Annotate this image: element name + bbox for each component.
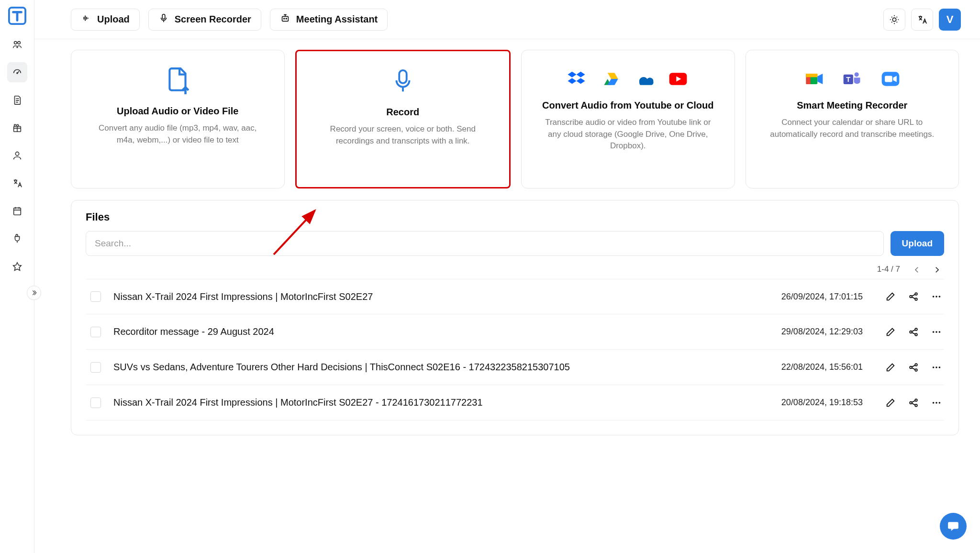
language-button[interactable] xyxy=(911,9,933,31)
file-date: 22/08/2024, 15:56:01 xyxy=(753,362,863,372)
translate-icon xyxy=(917,14,927,25)
file-date: 20/08/2024, 19:18:53 xyxy=(753,398,863,408)
sidebar-item-integrations[interactable] xyxy=(7,229,27,249)
chat-icon xyxy=(947,520,959,532)
file-name: Nissan X-Trail 2024 First Impressions | … xyxy=(113,397,745,408)
svg-rect-12 xyxy=(399,70,406,83)
sun-icon xyxy=(889,14,900,25)
card-cloud-desc: Transcribe audio or video from Youtube l… xyxy=(542,117,714,152)
edit-icon[interactable] xyxy=(885,326,896,338)
svg-point-42 xyxy=(939,366,941,368)
file-date: 29/08/2024, 12:29:03 xyxy=(753,327,863,337)
sidebar-expand-toggle[interactable] xyxy=(27,286,41,300)
google-drive-icon xyxy=(601,69,622,88)
svg-point-35 xyxy=(939,331,941,333)
svg-rect-6 xyxy=(13,208,21,215)
sidebar-item-profile[interactable] xyxy=(7,145,27,166)
card-upload-title: Upload Audio or Video File xyxy=(117,106,238,117)
more-icon[interactable] xyxy=(931,291,942,302)
upload-button-label: Upload xyxy=(97,14,130,25)
svg-point-11 xyxy=(892,18,896,21)
google-meet-icon xyxy=(803,69,824,88)
meeting-assistant-button[interactable]: Meeting Assistant xyxy=(270,9,388,31)
svg-point-27 xyxy=(935,296,937,298)
sidebar-item-translate[interactable] xyxy=(7,173,27,193)
file-checkbox[interactable] xyxy=(90,291,101,302)
app-logo[interactable] xyxy=(7,6,28,26)
svg-point-1 xyxy=(14,42,16,44)
share-icon[interactable] xyxy=(908,362,919,373)
share-icon[interactable] xyxy=(908,397,919,409)
sidebar-item-calendar[interactable] xyxy=(7,201,27,221)
microphone-icon xyxy=(158,13,169,26)
card-meeting-title: Smart Meeting Recorder xyxy=(797,100,907,111)
upload-button[interactable]: Upload xyxy=(71,9,140,31)
card-meeting-desc: Connect your calendar or share URL to au… xyxy=(766,117,938,140)
sidebar-item-team[interactable] xyxy=(7,34,27,55)
onedrive-icon xyxy=(634,69,655,88)
svg-point-47 xyxy=(933,402,935,404)
svg-point-10 xyxy=(286,18,287,19)
file-date: 26/09/2024, 17:01:15 xyxy=(753,292,863,302)
file-row[interactable]: Recorditor message - 29 August 2024 29/0… xyxy=(86,314,944,350)
dropbox-icon xyxy=(567,69,588,88)
search-input[interactable] xyxy=(86,231,884,256)
file-checkbox[interactable] xyxy=(90,327,101,337)
screen-recorder-label: Screen Recorder xyxy=(175,14,251,25)
card-meeting-recorder[interactable]: T Smart Meeting Recorder Connect your ca… xyxy=(746,50,959,188)
svg-rect-7 xyxy=(162,14,165,19)
card-upload-file[interactable]: Upload Audio or Video File Convert any a… xyxy=(71,50,285,188)
file-checkbox[interactable] xyxy=(90,398,101,408)
share-icon[interactable] xyxy=(908,326,919,338)
more-icon[interactable] xyxy=(931,362,942,373)
sidebar-item-dashboard[interactable] xyxy=(7,62,27,82)
edit-icon[interactable] xyxy=(885,397,896,409)
file-name: Recorditor message - 29 August 2024 xyxy=(113,326,745,337)
theme-toggle-button[interactable] xyxy=(883,9,905,31)
svg-rect-8 xyxy=(282,16,288,21)
meeting-assistant-label: Meeting Assistant xyxy=(296,14,378,25)
files-panel: Files Upload 1-4 / 7 Nissan X-Trail 2024… xyxy=(71,200,959,435)
youtube-icon xyxy=(668,69,689,88)
card-upload-desc: Convert any audio file (mp3, mp4, wav, a… xyxy=(91,122,264,146)
svg-point-28 xyxy=(939,296,941,298)
pager-prev[interactable] xyxy=(913,265,920,273)
user-avatar[interactable]: V xyxy=(939,9,961,31)
teams-icon: T xyxy=(842,69,863,88)
file-checkbox[interactable] xyxy=(90,362,101,373)
chat-fab[interactable] xyxy=(940,513,967,540)
screen-recorder-button[interactable]: Screen Recorder xyxy=(148,9,261,31)
file-upload-icon xyxy=(165,63,190,98)
card-cloud-title: Convert Audio from Youtube or Cloud xyxy=(542,100,714,111)
pager-text: 1-4 / 7 xyxy=(877,265,900,274)
svg-point-49 xyxy=(939,402,941,404)
svg-point-5 xyxy=(15,152,19,155)
sidebar-item-documents[interactable] xyxy=(7,90,27,110)
files-upload-button[interactable]: Upload xyxy=(891,231,944,256)
file-row[interactable]: Nissan X-Trail 2024 First Impressions | … xyxy=(86,385,944,420)
svg-point-48 xyxy=(935,402,937,404)
svg-point-33 xyxy=(933,331,935,333)
more-icon[interactable] xyxy=(931,397,942,409)
card-convert-cloud[interactable]: Convert Audio from Youtube or Cloud Tran… xyxy=(521,50,735,188)
sidebar-item-gift[interactable] xyxy=(7,118,27,138)
more-icon[interactable] xyxy=(931,326,942,338)
microphone-large-icon xyxy=(391,64,414,99)
file-row[interactable]: Nissan X-Trail 2024 First Impressions | … xyxy=(86,279,944,314)
file-row[interactable]: SUVs vs Sedans, Adventure Tourers Other … xyxy=(86,350,944,385)
edit-icon[interactable] xyxy=(885,362,896,373)
pager-next[interactable] xyxy=(933,265,940,273)
svg-point-19 xyxy=(854,72,858,77)
svg-point-2 xyxy=(17,42,20,44)
svg-point-40 xyxy=(933,366,935,368)
card-record-desc: Record your screen, voice or both. Send … xyxy=(317,123,489,147)
sidebar-item-upgrade[interactable] xyxy=(7,256,27,276)
files-heading: Files xyxy=(86,211,944,223)
edit-icon[interactable] xyxy=(885,291,896,302)
svg-point-3 xyxy=(16,73,17,74)
card-record-title: Record xyxy=(386,107,419,118)
card-record[interactable]: Record Record your screen, voice or both… xyxy=(295,50,511,188)
waveform-icon xyxy=(81,13,91,26)
svg-rect-21 xyxy=(885,76,892,82)
share-icon[interactable] xyxy=(908,291,919,302)
